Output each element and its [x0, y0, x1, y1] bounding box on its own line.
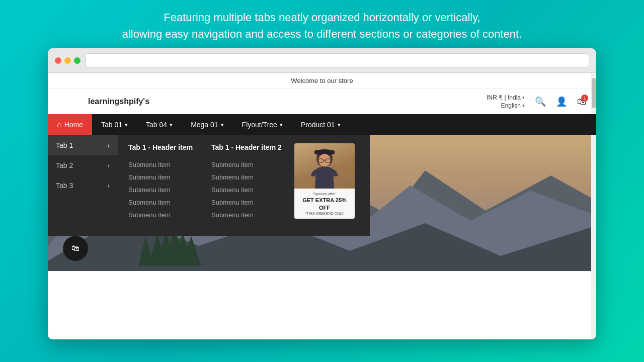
- mega-col-2: Tab 1 - Header item 2 Submenu item Subme…: [211, 143, 284, 228]
- currency-chevron-icon: ▾: [522, 95, 525, 100]
- shopify-badge: 🛍: [63, 236, 88, 261]
- mega01-chevron-icon: ▾: [221, 122, 224, 128]
- mega-col1-item-4[interactable]: Submenu item: [128, 196, 201, 209]
- promo-image: Special offer GET EXTRA 25% OFF *THIS WE…: [294, 143, 355, 219]
- mega-col1-item-3[interactable]: Submenu item: [128, 184, 201, 196]
- mega-col1-item-1[interactable]: Submenu item: [128, 158, 201, 171]
- mega-tab2-arrow-icon: ›: [107, 161, 110, 169]
- nav-tab01-label: Tab 01: [101, 121, 122, 129]
- currency-selector[interactable]: INR ₹ | India ▾ English ▾: [487, 94, 525, 109]
- language-row[interactable]: English ▾: [501, 102, 525, 109]
- nav-tab04[interactable]: Tab 04 ▾: [137, 114, 182, 135]
- url-bar[interactable]: [86, 53, 589, 67]
- mega-menu: Tab 1 › Tab 2 › Tab 3 › Tab 1 - He: [48, 135, 370, 236]
- nav-mega01-label: Mega 01: [191, 121, 218, 129]
- user-icon: 👤: [556, 97, 567, 107]
- browser-chrome: [48, 48, 596, 73]
- account-button[interactable]: 👤: [556, 96, 567, 107]
- mega-col2-item-5[interactable]: Submenu item: [211, 209, 284, 221]
- home-icon: ⌂: [57, 120, 62, 129]
- welcome-text: Welcome to our store: [291, 77, 353, 84]
- mega-col1-item-5[interactable]: Submenu item: [128, 209, 201, 221]
- language-chevron-icon: ▾: [522, 103, 525, 108]
- mega-col2-item-1[interactable]: Submenu item: [211, 158, 284, 171]
- nav-tab01[interactable]: Tab 01 ▾: [92, 114, 137, 135]
- cart-badge: 1: [581, 95, 588, 102]
- promo-main-text: GET EXTRA 25% OFF: [298, 197, 351, 211]
- currency-row[interactable]: INR ₹ | India ▾: [487, 94, 525, 101]
- headline: Featuring multiple tabs neatly organized…: [102, 0, 542, 48]
- promo-sub-text: *THIS WEEKEND ONLY: [298, 211, 351, 216]
- nav-home[interactable]: ⌂ Home: [48, 114, 92, 135]
- tab04-chevron-icon: ▾: [170, 122, 173, 128]
- mega-tab2-label: Tab 2: [56, 161, 73, 169]
- mega-col2-header: Tab 1 - Header item 2: [211, 143, 284, 151]
- nav-flyout-label: Flyout/Tree: [242, 121, 277, 129]
- language-text: English: [501, 102, 521, 109]
- svg-rect-2: [314, 150, 335, 154]
- search-icon: 🔍: [535, 97, 546, 107]
- mega-col2-item-2[interactable]: Submenu item: [211, 171, 284, 184]
- mega-tab3-label: Tab 3: [56, 182, 73, 190]
- search-button[interactable]: 🔍: [535, 96, 546, 107]
- flyout-chevron-icon: ▾: [280, 122, 283, 128]
- close-dot[interactable]: [55, 57, 61, 64]
- mega-col-1: Tab 1 - Header item Submenu item Submenu…: [128, 143, 201, 228]
- store-header: learningshpify's INR ₹ | India ▾ English…: [48, 89, 596, 114]
- tab01-chevron-icon: ▾: [125, 122, 128, 128]
- mega-promo[interactable]: Special offer GET EXTRA 25% OFF *THIS WE…: [294, 143, 360, 228]
- minimize-dot[interactable]: [64, 57, 71, 64]
- nav-flyout[interactable]: Flyout/Tree ▾: [233, 114, 292, 135]
- product01-chevron-icon: ▾: [338, 122, 341, 128]
- store-welcome-bar: Welcome to our store: [48, 73, 596, 89]
- promo-person-icon: [307, 148, 342, 194]
- mega-col1-item-2[interactable]: Submenu item: [128, 171, 201, 184]
- mega-sidebar-tab2[interactable]: Tab 2 ›: [48, 155, 118, 175]
- mega-menu-content: Tab 1 - Header item Submenu item Submenu…: [118, 135, 370, 236]
- cart-button[interactable]: 🛍 1: [577, 97, 586, 107]
- nav-product01-label: Product 01: [301, 121, 335, 129]
- headline-line1: Featuring multiple tabs neatly organized…: [122, 9, 522, 26]
- scrollbar[interactable]: [591, 73, 596, 339]
- maximize-dot[interactable]: [74, 57, 80, 64]
- currency-text: INR ₹ | India: [487, 94, 521, 101]
- browser-content: Welcome to our store learningshpify's IN…: [48, 73, 596, 339]
- browser-dots: [55, 57, 80, 64]
- nav-home-label: Home: [64, 121, 83, 129]
- mega-tab1-arrow-icon: ›: [107, 141, 110, 149]
- nav-bar: ⌂ Home Tab 01 ▾ Tab 04 ▾ Mega 01 ▾ Flyou…: [48, 114, 596, 135]
- nav-product01[interactable]: Product 01 ▾: [292, 114, 350, 135]
- mega-col2-item-4[interactable]: Submenu item: [211, 196, 284, 209]
- nav-mega01[interactable]: Mega 01 ▾: [182, 114, 232, 135]
- mega-col1-header: Tab 1 - Header item: [128, 143, 201, 151]
- mega-menu-sidebar: Tab 1 › Tab 2 › Tab 3 ›: [48, 135, 118, 236]
- mega-sidebar-tab1[interactable]: Tab 1 ›: [48, 135, 118, 155]
- mega-col2-item-3[interactable]: Submenu item: [211, 184, 284, 196]
- scrollbar-thumb[interactable]: [592, 78, 596, 108]
- headline-line2: allowing easy navigation and access to d…: [122, 26, 522, 42]
- mega-sidebar-tab3[interactable]: Tab 3 ›: [48, 175, 118, 196]
- mega-tab3-arrow-icon: ›: [107, 182, 110, 190]
- mega-tab1-label: Tab 1: [56, 141, 73, 149]
- browser-window: Welcome to our store learningshpify's IN…: [48, 48, 596, 339]
- store-logo: learningshpify's: [88, 97, 149, 106]
- shopify-icon: 🛍: [71, 244, 79, 253]
- nav-tab04-label: Tab 04: [146, 121, 167, 129]
